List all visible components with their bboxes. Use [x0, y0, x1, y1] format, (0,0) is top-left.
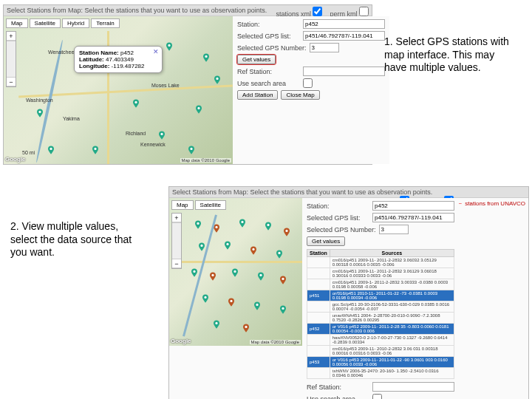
gps-marker[interactable]: [243, 324, 249, 332]
zoom-slider-1[interactable]: [7, 41, 16, 78]
panel-select-stations-1: Select Stations from Map: Select the sta…: [3, 4, 372, 165]
sources-col-sources: Sources: [330, 250, 454, 257]
balloon-close-icon[interactable]: ✕: [153, 48, 159, 55]
gps-marker[interactable]: [225, 241, 231, 250]
gps-marker[interactable]: [284, 228, 290, 236]
map-canvas-2[interactable]: Map Satellite + −: [169, 198, 302, 346]
zoom-in-2[interactable]: +: [172, 214, 181, 222]
gpslist-input-2[interactable]: [372, 213, 454, 222]
gpsnum-input-1[interactable]: [310, 43, 339, 52]
cell-station: [307, 346, 330, 357]
svg-point-17: [200, 245, 202, 247]
station-label-1: Station:: [237, 21, 300, 28]
gps-marker[interactable]: [202, 294, 208, 303]
gps-marker[interactable]: [228, 298, 234, 307]
annotation-2-text: 2. View multiple values, select the data…: [10, 220, 132, 258]
table-row[interactable]: gcc.Sc/p451 20-30-2106-52-3331-630-0.029…: [307, 301, 454, 313]
svg-point-26: [204, 296, 206, 299]
zoom-control-2[interactable]: + −: [171, 213, 182, 269]
perm-kml-checkbox-1[interactable]: [359, 7, 369, 16]
gpsnum-input-2[interactable]: [379, 225, 409, 234]
gps-marker[interactable]: [214, 75, 220, 84]
sources-col-station: Station: [307, 250, 330, 257]
gps-marker[interactable]: [280, 305, 286, 314]
gps-marker[interactable]: [239, 219, 245, 228]
gpslist-label-2: Selected GPS list:: [307, 214, 369, 222]
table-row[interactable]: cm016/p451 2009-11- 2011-2-2832 3.06032 …: [307, 257, 454, 268]
gps-marker[interactable]: [258, 272, 264, 281]
station-input-1[interactable]: [303, 19, 385, 29]
gps-marker[interactable]: [250, 246, 256, 255]
panel-title-2: Select Stations from Map: Select the sta…: [172, 188, 432, 196]
gps-marker[interactable]: [276, 250, 282, 259]
table-row[interactable]: p452or V016 p452 2009-11- 2011-2-28 35 -…: [307, 324, 454, 335]
gps-marker[interactable]: [203, 53, 209, 62]
usesearch-checkbox-1[interactable]: [303, 78, 313, 88]
map-copyright-1: Map data ©2010 Google: [180, 158, 231, 163]
balloon-name-label: Station Name:: [79, 50, 119, 56]
cell-station: [307, 279, 330, 290]
gps-marker[interactable]: [133, 99, 139, 108]
table-row[interactable]: p453or V016 p453 2009-11- 2011-01-22 -90…: [307, 357, 454, 368]
table-row[interactable]: unavWNA451 2004- 2-28700-20-010-0.9090 -…: [307, 313, 454, 324]
map-tab-map-2[interactable]: Map: [171, 200, 194, 210]
gps-marker[interactable]: [265, 222, 271, 231]
usesearch-label-2: Use search area: [307, 395, 369, 400]
gpslist-input-1[interactable]: [303, 31, 385, 41]
cell-station: [307, 335, 330, 346]
addstation-button-1[interactable]: Add Station: [237, 90, 278, 100]
gps-marker[interactable]: [254, 301, 260, 310]
svg-point-2: [168, 44, 170, 47]
zoom-control-1[interactable]: + −: [6, 31, 16, 87]
table-row[interactable]: tshWNV 2006-35-2470: 20-160- 1.350 -2.54…: [307, 368, 454, 379]
gps-marker[interactable]: [196, 105, 202, 114]
zoom-out-1[interactable]: −: [7, 78, 16, 86]
svg-point-16: [285, 230, 287, 232]
getvalues-button-2[interactable]: Get values: [307, 236, 345, 246]
gps-marker[interactable]: [48, 146, 54, 154]
gps-marker[interactable]: [195, 220, 201, 229]
gps-marker[interactable]: [210, 272, 216, 281]
station-form-2: Station: Selected GPS list: Selected GPS…: [302, 198, 459, 399]
svg-point-8: [50, 148, 52, 150]
gps-marker[interactable]: [37, 109, 43, 117]
gps-marker[interactable]: [280, 276, 286, 284]
table-row[interactable]: p451or/016/p451 2010-11- 2011-01-22 -73 …: [307, 290, 454, 301]
gps-marker[interactable]: [199, 242, 205, 251]
zoom-slider-2[interactable]: [172, 222, 181, 259]
map-canvas-1[interactable]: Map Satellite Hybrid Terrain + − Wenatch…: [4, 16, 233, 164]
balloon-lat-label: Latitude:: [79, 56, 104, 63]
map-tab-satellite-2[interactable]: Satellite: [195, 200, 226, 210]
zoom-out-2[interactable]: −: [172, 259, 181, 268]
cell-source: or V016 p452 2009-11- 2011-2-28 35 -0.80…: [330, 324, 454, 335]
table-row[interactable]: cm016/p451 2009-1- 2011-2-2832 3.00333 -…: [307, 279, 454, 290]
panel-title-1: Select Stations from Map: Select the sta…: [7, 7, 267, 14]
gps-marker[interactable]: [166, 42, 172, 51]
refstation-input-1[interactable]: [303, 66, 385, 76]
refstation-input-2[interactable]: [372, 382, 454, 392]
getvalues-button-1[interactable]: Get values: [237, 55, 276, 64]
annotation-1: 1. Select GPS stations with map interfac…: [384, 35, 517, 75]
table-row[interactable]: cm016/p453 2009-11- 2010-2-2832 3.06 031…: [307, 346, 454, 357]
cell-source: or V016 p453 2009-11- 2011-01-22 -90 3.0…: [330, 357, 454, 368]
map-tab-hybrid-1[interactable]: Hybrid: [62, 18, 89, 28]
gps-marker[interactable]: [188, 146, 194, 154]
gps-marker[interactable]: [232, 268, 238, 277]
stations-xml-checkbox-1[interactable]: [313, 7, 322, 16]
zoom-in-1[interactable]: +: [7, 32, 16, 41]
map-tab-satellite-1[interactable]: Satellite: [30, 18, 61, 28]
gps-marker[interactable]: [159, 131, 165, 140]
usesearch-checkbox-2[interactable]: [372, 394, 382, 399]
gps-marker[interactable]: [191, 268, 197, 277]
map-tab-terrain-1[interactable]: Terrain: [91, 18, 119, 28]
closemap-button-1[interactable]: Close Map: [281, 90, 319, 100]
gps-marker[interactable]: [214, 320, 219, 329]
map-tab-map-1[interactable]: Map: [6, 18, 28, 28]
station-input-2[interactable]: [372, 201, 454, 211]
table-row[interactable]: hawXNV00520-0 2-10-7-00-27-730 0.1327 -9…: [307, 335, 454, 346]
cell-station: [307, 301, 330, 313]
svg-point-21: [193, 270, 195, 273]
gps-marker[interactable]: [92, 146, 98, 154]
cell-source: unavWNA451 2004- 2-28700-20-010-0.9090 -…: [330, 313, 454, 324]
table-row[interactable]: cm016/p451 2009-11- 2011-2-2832 3.06129 …: [307, 268, 454, 279]
